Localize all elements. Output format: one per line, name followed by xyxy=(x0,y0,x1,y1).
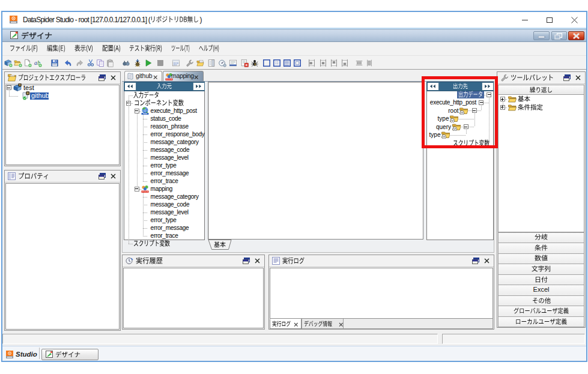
svg-text:a: a xyxy=(34,59,37,66)
